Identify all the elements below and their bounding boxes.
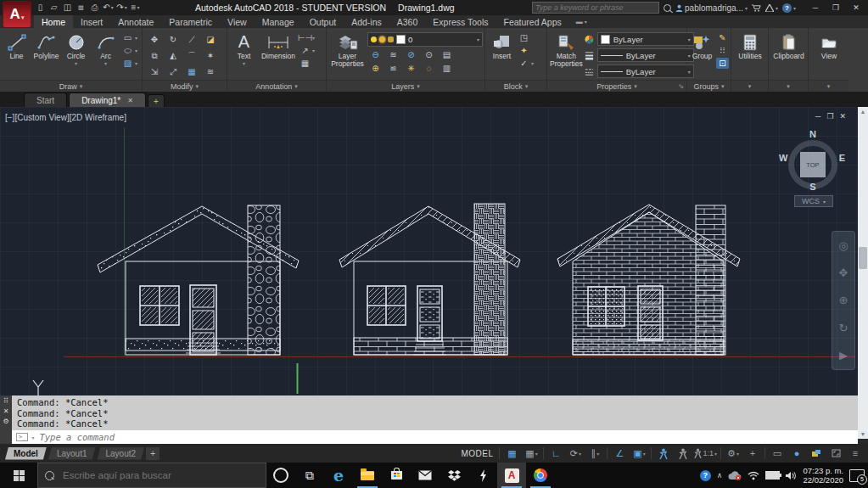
- open-file-button[interactable]: ▱: [48, 1, 60, 14]
- mirror-button[interactable]: ◭: [167, 50, 180, 61]
- object-snap-toggle[interactable]: ▣▾: [630, 446, 648, 461]
- tab-add-ins[interactable]: Add-ins: [344, 15, 389, 28]
- insert-button[interactable]: Insert: [488, 30, 516, 80]
- trim-button[interactable]: ⟋: [186, 34, 199, 45]
- close-command-icon[interactable]: ✕: [3, 407, 9, 415]
- layer-on-button[interactable]: ⊕: [369, 63, 382, 74]
- arc-button[interactable]: Arc ▾: [92, 30, 120, 80]
- edit-block-button[interactable]: ◳: [518, 32, 530, 43]
- tab-view[interactable]: View: [220, 15, 255, 28]
- stretch-button[interactable]: ⇲: [148, 66, 161, 77]
- qat-customize-button[interactable]: ≡▾: [129, 1, 142, 14]
- polyline-button[interactable]: Polyline: [32, 30, 60, 80]
- tab-layout1[interactable]: Layout1: [48, 447, 96, 460]
- mail-button[interactable]: [411, 463, 440, 488]
- chevron-down-icon[interactable]: ▾: [31, 435, 34, 440]
- workspace-switching-button[interactable]: ⚙▾: [724, 446, 742, 461]
- dimension-button[interactable]: Dimension: [260, 30, 297, 80]
- create-block-button[interactable]: ✦: [518, 45, 530, 56]
- command-history[interactable]: Command: *Cancel* Command: *Cancel* Comm…: [12, 395, 858, 430]
- viewcube-south[interactable]: S: [809, 182, 815, 192]
- panel-label-block[interactable]: Block▾: [485, 80, 546, 92]
- isometric-drafting-toggle[interactable]: ∥▾: [585, 446, 604, 461]
- panel-label-modify[interactable]: Modify▾: [143, 80, 227, 92]
- group-edit-button[interactable]: ⁝⁝: [716, 45, 729, 56]
- rectangle-tool-button[interactable]: ▭: [121, 32, 134, 43]
- restore-button[interactable]: ❐: [826, 3, 846, 12]
- dialog-launcher-icon[interactable]: ⇘: [678, 82, 684, 90]
- annotation-visibility-toggle[interactable]: [654, 446, 673, 461]
- panel-label-draw[interactable]: Draw▾: [0, 80, 142, 92]
- viewcube-north[interactable]: N: [809, 129, 816, 139]
- application-menu-button[interactable]: A ▾: [3, 1, 31, 28]
- tab-home[interactable]: Home: [34, 15, 73, 28]
- cortana-button[interactable]: [266, 463, 295, 488]
- microsoft-store-button[interactable]: [382, 463, 411, 488]
- layer-off-button[interactable]: ⊖: [369, 49, 382, 60]
- customize-wrench-icon[interactable]: ⚙: [3, 418, 8, 425]
- customization-menu-button[interactable]: ≡: [846, 446, 865, 461]
- tab-annotate[interactable]: Annotate: [110, 15, 161, 28]
- copy-button[interactable]: ⧉: [148, 50, 161, 61]
- save-as-button[interactable]: ⧈: [75, 1, 87, 14]
- viewport-minimize-button[interactable]: ─: [815, 112, 820, 121]
- object-color-dropdown[interactable]: ByLayer ▾: [597, 32, 694, 46]
- viewcube-top-face[interactable]: TOP: [800, 152, 826, 177]
- block-attributes-button[interactable]: ✓: [518, 58, 530, 69]
- layer-previous-button[interactable]: ▥: [440, 63, 453, 74]
- tab-express-tools[interactable]: Express Tools: [425, 15, 496, 28]
- view-button[interactable]: View: [815, 30, 843, 80]
- layer-dropdown[interactable]: 0 ▾: [367, 32, 483, 47]
- layer-properties-button[interactable]: Layer Properties: [329, 30, 366, 80]
- viewcube-east[interactable]: E: [839, 153, 845, 163]
- layer-match-button[interactable]: ▤: [440, 49, 453, 60]
- circle-button[interactable]: Circle ▾: [62, 30, 90, 80]
- navigation-wheel-icon[interactable]: ◎: [838, 239, 848, 252]
- autocad-taskbar-button[interactable]: A: [497, 463, 526, 488]
- panel-label-groups[interactable]: Groups▾: [687, 80, 731, 92]
- close-tab-icon[interactable]: ✕: [127, 97, 133, 104]
- layer-unlock-button[interactable]: ◌: [423, 63, 435, 74]
- annotation-scale-control[interactable]: 1:1▾: [693, 446, 718, 461]
- polar-tracking-toggle[interactable]: ⟳▾: [566, 446, 585, 461]
- save-button[interactable]: ◫: [61, 1, 74, 14]
- clock[interactable]: 07:23 p. m. 22/02/2020: [803, 466, 843, 485]
- tab-parametric[interactable]: Parametric: [161, 15, 220, 28]
- tab-model[interactable]: Model: [5, 447, 47, 460]
- house-elevation-3[interactable]: [557, 205, 740, 355]
- panel-label-view[interactable]: ▾: [809, 80, 848, 92]
- scroll-up-icon[interactable]: ▲: [858, 109, 868, 115]
- match-properties-button[interactable]: Match Properties: [550, 30, 583, 80]
- layer-unisolate-button[interactable]: ≌: [387, 63, 400, 74]
- speaker-icon[interactable]: [786, 471, 797, 480]
- help-tray-icon[interactable]: ?: [700, 470, 711, 481]
- linetype-dropdown[interactable]: ByLayer ▾: [597, 65, 694, 78]
- leader-button[interactable]: ↗: [299, 45, 311, 56]
- layer-freeze-button[interactable]: ⊘: [405, 49, 417, 60]
- table-button[interactable]: ▦: [299, 58, 311, 69]
- lineweight-dropdown[interactable]: ByLayer ▾: [597, 48, 694, 62]
- battery-icon[interactable]: [765, 471, 780, 480]
- undo-button[interactable]: ↶▾: [102, 1, 115, 14]
- task-view-button[interactable]: ⧉: [295, 463, 324, 488]
- ellipse-tool-button[interactable]: ⬭: [121, 45, 134, 56]
- autodesk-exchange-button[interactable]: ▾: [765, 4, 778, 12]
- autoscale-toggle[interactable]: [674, 446, 692, 461]
- show-hidden-icons-chevron[interactable]: ∧: [717, 471, 723, 480]
- clipboard-button[interactable]: Clipboard: [772, 30, 806, 80]
- panel-label-clipboard[interactable]: ▾: [769, 80, 808, 92]
- rotate-button[interactable]: ↻: [167, 34, 180, 45]
- line-button[interactable]: Line: [3, 30, 31, 80]
- layer-thaw-button[interactable]: ✳: [405, 63, 417, 74]
- dropbox-button[interactable]: [440, 463, 468, 488]
- command-input[interactable]: [37, 431, 858, 443]
- linear-dimension-button[interactable]: ⊢⊣: [299, 32, 311, 43]
- snap-mode-toggle[interactable]: ▦▾: [522, 446, 540, 461]
- viewport-restore-button[interactable]: ❐: [826, 112, 833, 121]
- edge-button[interactable]: e: [324, 463, 353, 488]
- close-button[interactable]: ✕: [846, 3, 866, 12]
- tab-featured-apps[interactable]: Featured Apps: [496, 15, 568, 28]
- fillet-button[interactable]: ⌒: [186, 50, 199, 61]
- lightning-app-button[interactable]: [468, 463, 497, 488]
- scale-button[interactable]: ⤢: [167, 66, 180, 77]
